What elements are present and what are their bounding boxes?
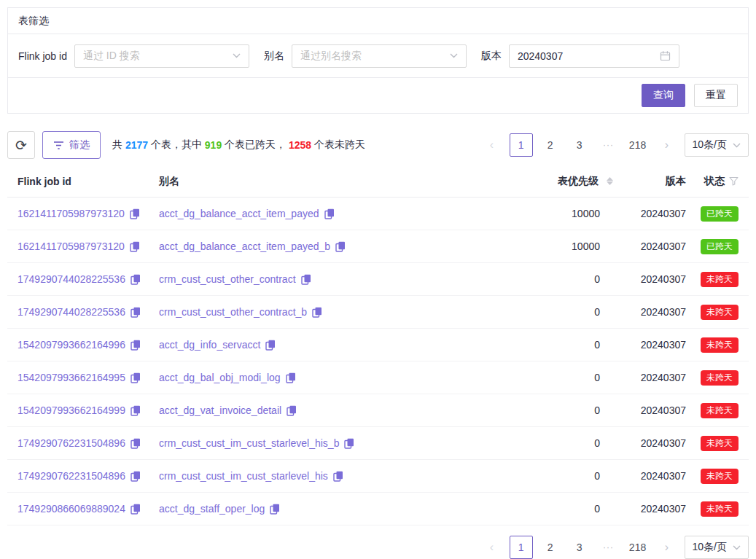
page-size-select[interactable]: 10条/页 (685, 536, 749, 559)
job-id-link[interactable]: 1749290866069889024 (17, 503, 125, 515)
copy-icon[interactable] (130, 208, 140, 219)
alias-link[interactable]: crm_cust_cust_im_cust_starlevel_his_b (159, 437, 339, 449)
alias-link[interactable]: acct_dg_vat_invoice_detail (159, 404, 281, 416)
cell-version: 20240307 (616, 241, 686, 252)
copy-icon[interactable] (130, 504, 141, 515)
alias-select[interactable]: 通过别名搜索 (292, 44, 467, 68)
alias-link[interactable]: acct_dg_balance_acct_item_payed (159, 208, 319, 219)
table-row: 1749290762231504896 crm_cust_cust_im_cus… (7, 460, 749, 493)
job-id-link[interactable]: 1542097993662164996 (17, 339, 125, 351)
copy-icon[interactable] (130, 372, 141, 383)
summary-count-green: 919 (205, 139, 222, 151)
job-id-link[interactable]: 1621411705987973120 (17, 241, 125, 252)
cell-version: 20240307 (616, 306, 686, 318)
copy-icon[interactable] (130, 438, 141, 449)
alias-link[interactable]: acct_dg_bal_obj_modi_log (159, 372, 281, 383)
chevron-down-icon (733, 545, 741, 550)
job-id-link[interactable]: 1621411705987973120 (17, 208, 125, 219)
version-label: 版本 (481, 50, 502, 63)
cell-status: 已跨天 (686, 206, 739, 222)
version-date-input[interactable]: 20240307 (509, 44, 679, 68)
pagination-prev[interactable]: ‹ (480, 536, 504, 559)
alias-link[interactable]: crm_cust_cust_other_contract (159, 273, 296, 285)
copy-icon[interactable] (324, 208, 335, 219)
sorter-icon[interactable] (603, 177, 616, 185)
pagination-ellipsis: ··· (597, 536, 620, 559)
cell-priority: 0 (483, 437, 616, 449)
table-row: 1749290866069889024 acct_dg_staff_oper_l… (7, 493, 749, 525)
table-row: 1749290762231504896 crm_cust_cust_im_cus… (7, 427, 749, 460)
job-id-link[interactable]: 1749290744028225536 (17, 306, 125, 318)
cell-alias: acct_dg_balance_acct_item_payed (159, 208, 483, 219)
field-version: 版本 20240307 (481, 44, 679, 68)
pagination-next[interactable]: › (655, 536, 679, 559)
copy-icon[interactable] (312, 307, 322, 318)
filter-toggle-label: 筛选 (69, 138, 90, 152)
page-size-label: 10条/页 (693, 541, 727, 554)
col-header-job-id: Flink job id (17, 176, 159, 187)
alias-link[interactable]: crm_cust_cust_im_cust_starlevel_his (159, 470, 328, 482)
filter-funnel-icon[interactable] (729, 176, 739, 186)
alias-link[interactable]: acct_dg_info_servacct (159, 339, 260, 351)
pagination-page-1[interactable]: 1 (510, 133, 533, 157)
cell-priority: 0 (483, 470, 616, 482)
copy-icon[interactable] (130, 307, 141, 318)
cell-alias: crm_cust_cust_im_cust_starlevel_his (159, 470, 483, 482)
reset-button[interactable]: 重置 (694, 84, 738, 107)
job-id-link[interactable]: 1542097993662164995 (17, 372, 125, 383)
pagination-page-3[interactable]: 3 (568, 536, 591, 559)
cell-job-id: 1749290866069889024 (17, 503, 159, 515)
col-header-priority[interactable]: 表优先级 (483, 175, 616, 188)
query-button[interactable]: 查询 (642, 84, 685, 107)
copy-icon[interactable] (333, 471, 343, 482)
page: 表筛选 Flink job id 通过 ID 搜索 别名 通过别名搜索 版本 (0, 0, 756, 559)
cell-job-id: 1542097993662164995 (17, 372, 159, 383)
pagination-page-2[interactable]: 2 (539, 133, 562, 157)
copy-icon[interactable] (286, 372, 296, 383)
alias-link[interactable]: acct_dg_staff_oper_log (159, 503, 265, 515)
pagination-page-1[interactable]: 1 (510, 536, 533, 559)
copy-icon[interactable] (130, 274, 141, 285)
cell-alias: crm_cust_cust_im_cust_starlevel_his_b (159, 437, 483, 449)
flink-job-id-label: Flink job id (18, 50, 67, 62)
pagination-page-218[interactable]: 218 (626, 133, 650, 157)
page-size-select[interactable]: 10条/页 (685, 133, 749, 157)
cell-version: 20240307 (616, 273, 686, 285)
pagination-next[interactable]: › (655, 133, 679, 157)
pagination-prev[interactable]: ‹ (480, 133, 504, 157)
pagination-page-3[interactable]: 3 (568, 133, 591, 157)
filter-toggle-button[interactable]: 筛选 (42, 131, 101, 159)
col-header-status: 状态 (686, 175, 739, 188)
cell-priority: 0 (483, 372, 616, 383)
job-id-link[interactable]: 1749290762231504896 (17, 470, 125, 482)
cell-job-id: 1542097993662164996 (17, 339, 159, 351)
alias-link[interactable]: acct_dg_balance_acct_item_payed_b (159, 241, 330, 252)
copy-icon[interactable] (335, 241, 346, 252)
job-id-link[interactable]: 1542097993662164999 (17, 404, 125, 416)
pagination-page-218[interactable]: 218 (626, 536, 650, 559)
pagination-top: ‹123···218›10条/页 (480, 133, 749, 157)
cell-job-id: 1621411705987973120 (17, 241, 159, 252)
pagination-ellipsis: ··· (597, 133, 620, 157)
copy-icon[interactable] (130, 471, 141, 482)
copy-icon[interactable] (265, 340, 276, 351)
job-id-link[interactable]: 1749290744028225536 (17, 273, 125, 285)
cell-status: 未跨天 (686, 436, 739, 451)
refresh-button[interactable]: ⟳ (7, 131, 35, 159)
copy-icon[interactable] (130, 241, 140, 252)
copy-icon[interactable] (130, 405, 141, 416)
copy-icon[interactable] (301, 274, 311, 285)
table-footer: ‹123···218›10条/页 (7, 536, 749, 559)
copy-icon[interactable] (287, 405, 297, 416)
field-flink-job-id: Flink job id 通过 ID 搜索 (18, 44, 264, 68)
pagination-page-2[interactable]: 2 (539, 536, 562, 559)
job-id-link[interactable]: 1749290762231504896 (17, 437, 125, 449)
col-header-version: 版本 (616, 175, 686, 188)
flink-job-id-placeholder: 通过 ID 搜索 (83, 50, 140, 63)
copy-icon[interactable] (344, 438, 354, 449)
cell-status: 未跨天 (686, 272, 739, 287)
alias-link[interactable]: crm_cust_cust_other_contract_b (159, 306, 307, 318)
flink-job-id-select[interactable]: 通过 ID 搜索 (74, 44, 249, 68)
copy-icon[interactable] (270, 504, 280, 515)
copy-icon[interactable] (130, 340, 141, 351)
